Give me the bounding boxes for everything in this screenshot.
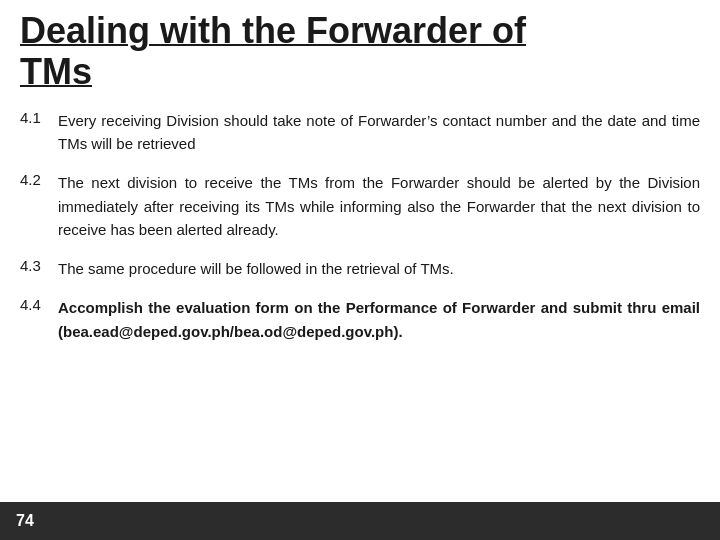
- page-number: 74: [16, 512, 34, 530]
- list-item: 4.3 The same procedure will be followed …: [20, 257, 700, 280]
- item-number-3: 4.3: [20, 257, 58, 274]
- content-section: 4.1 Every receiving Division should take…: [0, 101, 720, 367]
- item-text-1: Every receiving Division should take not…: [58, 109, 700, 156]
- bottom-bar: 74: [0, 502, 720, 540]
- list-item: 4.1 Every receiving Division should take…: [20, 109, 700, 156]
- list-item: 4.2 The next division to receive the TMs…: [20, 171, 700, 241]
- item-text-2: The next division to receive the TMs fro…: [58, 171, 700, 241]
- item-text-4: Accomplish the evaluation form on the Pe…: [58, 296, 700, 343]
- item-number-1: 4.1: [20, 109, 58, 126]
- item-text-3: The same procedure will be followed in t…: [58, 257, 700, 280]
- header-section: Dealing with the Forwarder of TMs: [0, 0, 720, 101]
- item-number-4: 4.4: [20, 296, 58, 313]
- page-container: Dealing with the Forwarder of TMs 4.1 Ev…: [0, 0, 720, 540]
- item-number-2: 4.2: [20, 171, 58, 188]
- page-title: Dealing with the Forwarder of TMs: [20, 10, 700, 93]
- list-item: 4.4 Accomplish the evaluation form on th…: [20, 296, 700, 343]
